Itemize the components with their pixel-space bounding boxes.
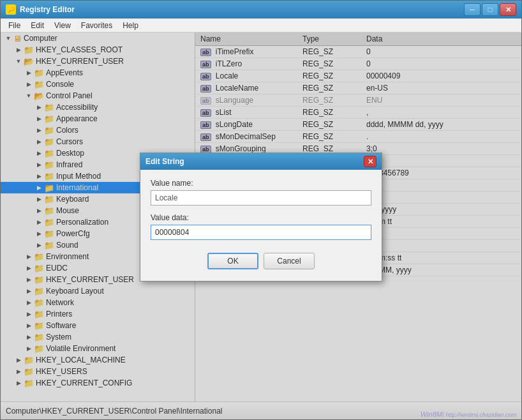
dialog-title-bar: Edit String ✕: [140, 153, 382, 170]
menu-file[interactable]: File: [3, 20, 26, 31]
maximize-button[interactable]: □: [482, 3, 498, 16]
title-bar-left: 🔑 Registry Editor: [6, 4, 75, 15]
value-data-label: Value data:: [151, 213, 371, 222]
close-button[interactable]: ✕: [500, 3, 516, 16]
main-content: ▼ 🖥 Computer ▶ 📁 HKEY_CLASSES_ROOT ▼ 📂 H…: [1, 33, 521, 401]
watermark-subtext: http://win8mi.chazidian.com: [445, 412, 516, 418]
title-bar-controls: ─ □ ✕: [464, 3, 516, 16]
minimize-button[interactable]: ─: [464, 3, 481, 16]
status-path: Computer\HKEY_CURRENT_USER\Control Panel…: [6, 407, 222, 416]
cancel-button[interactable]: Cancel: [264, 253, 315, 269]
dialog-overlay: Edit String ✕ Value name: Value data: OK…: [1, 33, 521, 401]
app-icon: 🔑: [6, 4, 16, 15]
dialog-title: Edit String: [145, 157, 184, 166]
title-bar: 🔑 Registry Editor ─ □ ✕: [1, 1, 521, 19]
menu-edit[interactable]: Edit: [26, 20, 49, 31]
dialog-close-button[interactable]: ✕: [364, 156, 377, 167]
ok-button[interactable]: OK: [207, 253, 258, 269]
edit-string-dialog: Edit String ✕ Value name: Value data: OK…: [140, 153, 382, 281]
menu-favorites[interactable]: Favorites: [76, 20, 117, 31]
dialog-buttons: OK Cancel: [151, 253, 371, 272]
watermark-text: Win8Mi: [421, 410, 446, 418]
menu-help[interactable]: Help: [117, 20, 144, 31]
value-data-input[interactable]: [151, 225, 371, 240]
status-bar: Computer\HKEY_CURRENT_USER\Control Panel…: [1, 401, 521, 419]
window-title: Registry Editor: [20, 5, 75, 14]
menu-view[interactable]: View: [49, 20, 76, 31]
registry-editor-window: 🔑 Registry Editor ─ □ ✕ File Edit View F…: [0, 0, 522, 420]
value-name-input[interactable]: [151, 190, 371, 206]
watermark: Win8Mi http://win8mi.chazidian.com: [421, 410, 516, 418]
dialog-body: Value name: Value data: OK Cancel: [140, 170, 382, 281]
menu-bar: File Edit View Favorites Help: [1, 19, 521, 33]
value-name-label: Value name:: [151, 179, 371, 188]
